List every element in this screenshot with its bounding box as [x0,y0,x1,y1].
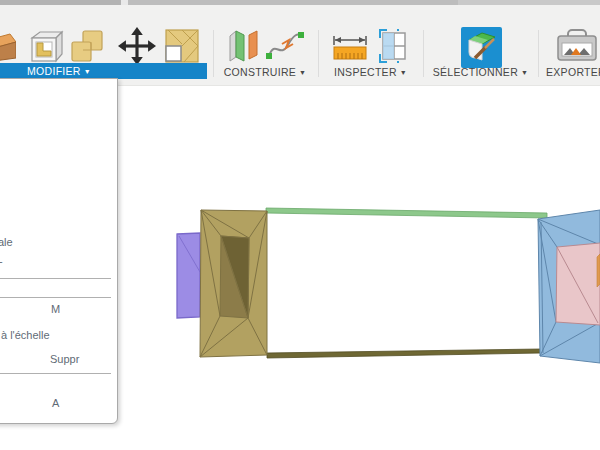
chevron-down-icon: ▼ [299,69,306,76]
model-bottom-face-strip[interactable] [267,349,541,358]
shell-icon[interactable] [28,28,64,68]
menu-selectionner[interactable]: SÉLECTIONNER▼ [423,66,538,79]
model-left-end-cap[interactable] [200,210,267,357]
section-analysis-icon[interactable] [375,28,409,68]
chevron-down-icon: ▼ [84,68,91,75]
menu-item-label-fragment[interactable]: ale [0,236,13,248]
curve-icon[interactable] [264,29,306,67]
menu-item-label-fragment[interactable]: - [0,255,3,267]
app-window: MODIFIER▼ CONSTRUIRE▼ INSPECTER▼ SÉLECTI… [0,0,600,450]
menu-modifier[interactable]: MODIFIER▼ [0,65,118,78]
menu-separator [0,278,111,279]
chevron-down-icon: ▼ [521,69,528,76]
menu-construire[interactable]: CONSTRUIRE▼ [212,66,318,79]
main-toolbar: MODIFIER▼ CONSTRUIRE▼ INSPECTER▼ SÉLECTI… [0,5,600,86]
menu-inspecter[interactable]: INSPECTER▼ [318,66,423,79]
draft-icon[interactable] [0,30,16,66]
menu-shortcut-appearance[interactable]: A [52,397,59,409]
model-top-face-strip[interactable] [266,208,547,218]
menu-shortcut-delete[interactable]: Suppr [50,353,79,365]
menu-exporter[interactable]: EXPORTER [546,66,600,79]
split-body-icon[interactable] [164,28,200,68]
offset-plane-icon[interactable] [227,28,259,68]
model-right-end-cap[interactable] [538,210,600,363]
menu-separator [0,373,111,374]
menu-shortcut-move-copy[interactable]: M [51,303,60,315]
export-render-icon[interactable] [556,29,600,69]
menu-modifier-active-bar[interactable]: MODIFIER▼ [0,63,207,79]
measure-icon[interactable] [332,35,368,67]
chevron-down-icon: ▼ [400,69,407,76]
menu-item-label-fragment[interactable]: à l'échelle [1,329,50,341]
menu-separator [0,297,111,298]
toolbar-separator [538,30,539,77]
model-purple-plate[interactable] [177,233,200,318]
viewport-3d-model[interactable] [150,180,600,390]
